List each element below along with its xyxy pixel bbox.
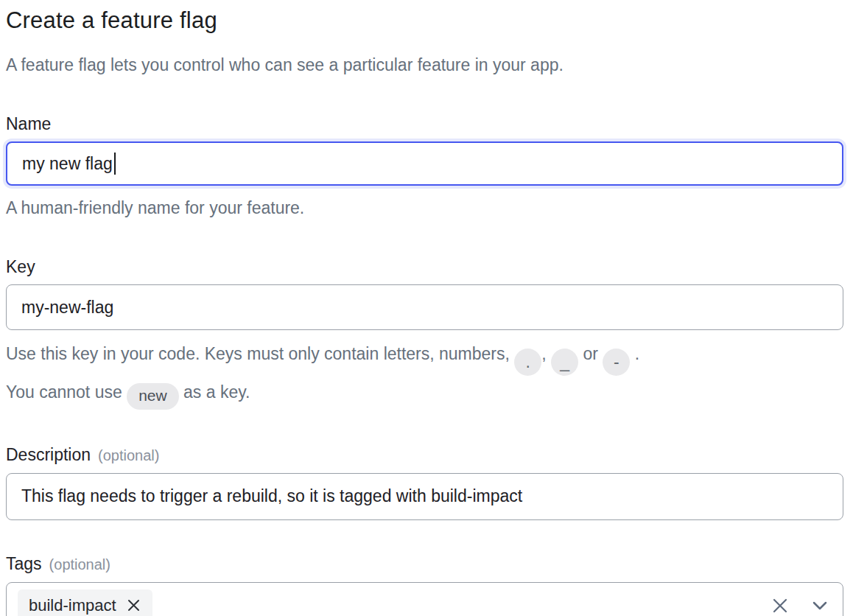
name-field-group: Name my new flag A human-friendly name f… bbox=[6, 114, 843, 219]
page-subtitle: A feature flag lets you control who can … bbox=[6, 54, 843, 76]
key-help-or: or bbox=[583, 344, 597, 363]
tags-field-group: Tags (optional) build-impact bbox=[6, 554, 843, 616]
key-label: Key bbox=[6, 257, 843, 276]
page-title: Create a feature flag bbox=[6, 6, 843, 35]
allowed-char-dot: . bbox=[526, 347, 530, 377]
name-help-text: A human-friendly name for your feature. bbox=[6, 197, 843, 219]
allowed-char-hyphen-badge: - bbox=[603, 349, 630, 376]
description-field-group: Description (optional) bbox=[6, 445, 843, 520]
description-input[interactable] bbox=[6, 473, 843, 520]
key-help-period: . bbox=[635, 344, 639, 363]
tag-chip: build-impact bbox=[18, 589, 152, 616]
allowed-char-hyphen: - bbox=[614, 347, 619, 377]
allowed-char-underscore: _ bbox=[560, 347, 569, 377]
description-label-text: Description bbox=[6, 445, 91, 464]
key-field-group: Key Use this key in your code. Keys must… bbox=[6, 257, 843, 410]
key-help-line-1: Use this key in your code. Keys must onl… bbox=[6, 339, 843, 376]
text-caret bbox=[114, 153, 116, 175]
tags-select[interactable]: build-impact bbox=[6, 582, 843, 616]
description-label: Description (optional) bbox=[6, 445, 843, 465]
key-help-line2-prefix: You cannot use bbox=[6, 382, 122, 402]
reserved-key-badge: new bbox=[127, 383, 179, 410]
name-label: Name bbox=[6, 114, 843, 133]
x-icon bbox=[126, 598, 141, 613]
clear-tags-button[interactable] bbox=[770, 596, 790, 615]
chevron-down-icon bbox=[810, 596, 829, 615]
key-help-line2-suffix: as a key. bbox=[183, 382, 250, 402]
key-input[interactable] bbox=[6, 284, 843, 330]
key-help-line-2: You cannot use new as a key. bbox=[6, 377, 843, 410]
allowed-char-underscore-badge: _ bbox=[551, 349, 578, 376]
description-optional-label: (optional) bbox=[98, 446, 159, 465]
tag-remove-button[interactable] bbox=[126, 598, 141, 613]
tags-label-text: Tags bbox=[6, 554, 42, 573]
tags-label: Tags (optional) bbox=[6, 554, 843, 574]
allowed-char-dot-badge: . bbox=[514, 349, 541, 376]
key-help-comma: , bbox=[541, 344, 546, 363]
name-input-value: my new flag bbox=[22, 154, 113, 174]
tag-chip-label: build-impact bbox=[29, 596, 116, 615]
create-feature-flag-form: Create a feature flag A feature flag let… bbox=[0, 0, 853, 616]
key-help-prefix: Use this key in your code. Keys must onl… bbox=[6, 344, 510, 363]
x-icon bbox=[770, 596, 790, 615]
tags-optional-label: (optional) bbox=[49, 555, 110, 574]
name-label-text: Name bbox=[6, 114, 51, 133]
tags-select-controls bbox=[770, 596, 829, 615]
key-label-text: Key bbox=[6, 257, 35, 276]
name-input[interactable]: my new flag bbox=[6, 141, 843, 186]
dropdown-toggle-button[interactable] bbox=[810, 596, 829, 615]
